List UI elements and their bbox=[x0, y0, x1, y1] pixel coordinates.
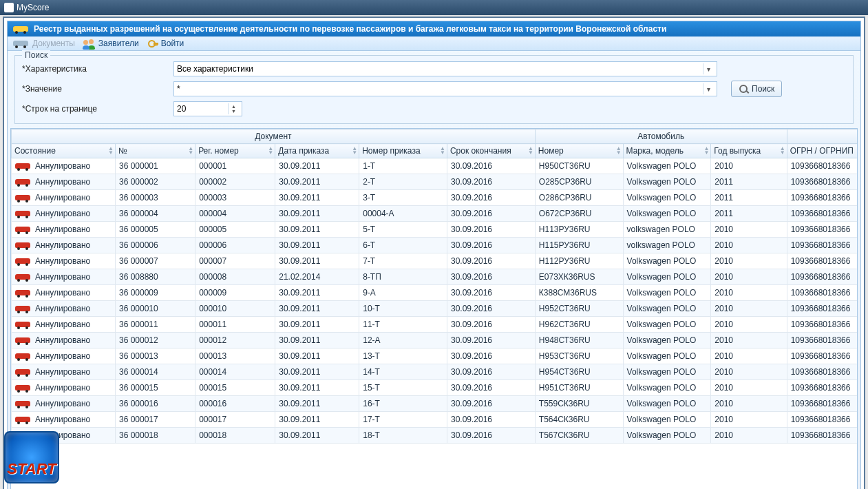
header-ribbon: Реестр выданных разрешений на осуществле… bbox=[8, 21, 860, 37]
car-icon bbox=[15, 304, 30, 313]
table-row[interactable]: Аннулировано36 00000900000930.09.20119-А… bbox=[12, 285, 858, 301]
cell: Аннулировано bbox=[12, 333, 116, 348]
col-header[interactable]: ОГРН / ОГРНИП▲▼ bbox=[787, 144, 858, 158]
cell: 2010 bbox=[711, 396, 787, 412]
cell: 30.09.2016 bbox=[447, 253, 535, 269]
cell: 30.09.2016 bbox=[447, 158, 535, 174]
cell: Volkswagen POLO bbox=[623, 428, 711, 444]
col-header[interactable]: №▲▼ bbox=[115, 144, 195, 158]
col-group-document[interactable]: Документ bbox=[12, 129, 536, 144]
cell: 36 000012 bbox=[115, 333, 195, 348]
cell: Н962СТ36RU bbox=[535, 317, 623, 333]
cell: 000011 bbox=[195, 317, 275, 333]
col-header[interactable]: Номер▲▼ bbox=[535, 144, 623, 158]
table-row[interactable]: Аннулировано36 00000400000430.09.2011000… bbox=[12, 206, 858, 222]
cell: 000018 bbox=[195, 428, 275, 444]
col-header[interactable]: Состояние▲▼ bbox=[12, 144, 116, 158]
table-row[interactable]: Аннулировано36 00001700001730.09.201117-… bbox=[12, 412, 858, 428]
col-header[interactable]: Марка, модель▲▼ bbox=[623, 144, 711, 158]
cell: Н952СТ36RU bbox=[535, 301, 623, 317]
cell: Аннулировано bbox=[12, 238, 116, 253]
search-button[interactable]: Поиск bbox=[731, 81, 782, 97]
cell: 000006 bbox=[195, 238, 275, 253]
table-row[interactable]: Аннулировано36 00000500000530.09.20115-Т… bbox=[12, 222, 858, 238]
toolbar-documents[interactable]: Документы bbox=[13, 39, 75, 48]
cell: 30.09.2011 bbox=[275, 253, 359, 269]
cell: 000008 bbox=[195, 269, 275, 285]
car-icon bbox=[15, 225, 30, 233]
col-header[interactable]: Срок окончания▲▼ bbox=[447, 144, 535, 158]
cell: 30.09.2016 bbox=[447, 396, 535, 412]
documents-icon bbox=[13, 39, 28, 48]
cell: 2010 bbox=[711, 285, 787, 301]
cell: 2010 bbox=[711, 348, 787, 364]
cell: 000015 bbox=[195, 380, 275, 396]
toolbar-login[interactable]: Войти bbox=[147, 39, 184, 48]
cell: 30.09.2016 bbox=[447, 174, 535, 190]
cell: 30.09.2016 bbox=[447, 301, 535, 317]
cell: 36 000011 bbox=[115, 317, 195, 333]
table-row[interactable]: Аннулировано36 00001000001030.09.201110-… bbox=[12, 301, 858, 317]
table-row[interactable]: Аннулировано36 00001300001330.09.201113-… bbox=[12, 348, 858, 364]
cell: 30.09.2011 bbox=[275, 190, 359, 206]
cell: Volkswagen POLO bbox=[623, 253, 711, 269]
cell: Volkswagen POLO bbox=[623, 269, 711, 285]
cell: 2010 bbox=[711, 222, 787, 238]
table-row[interactable]: Аннулировано36 00001100001130.09.201111-… bbox=[12, 317, 858, 333]
table-row[interactable]: Аннулировано36 00000700000730.09.20117-Т… bbox=[12, 253, 858, 269]
cell: К388СМ36RUS bbox=[535, 285, 623, 301]
cell: 1093668018366 bbox=[787, 269, 858, 285]
table-row[interactable]: Аннулировано36 00001500001530.09.201115-… bbox=[12, 380, 858, 396]
cell: 30.09.2016 bbox=[447, 428, 535, 444]
cell: Т567СК36RU bbox=[535, 428, 623, 444]
cell: Volkswagen POLO bbox=[623, 158, 711, 174]
col-header[interactable]: Дата приказа▲▼ bbox=[275, 144, 359, 158]
cell: 36 000007 bbox=[115, 253, 195, 269]
cell: Volkswagen POLO bbox=[623, 285, 711, 301]
col-header[interactable]: Номер приказа▲▼ bbox=[359, 144, 447, 158]
cell: 2010 bbox=[711, 301, 787, 317]
cell: Т564СК36RU bbox=[535, 412, 623, 428]
cell: 8-ТП bbox=[359, 269, 447, 285]
value-combo[interactable]: * bbox=[173, 81, 717, 96]
status-text: Аннулировано bbox=[35, 320, 90, 329]
status-text: Аннулировано bbox=[35, 399, 90, 408]
cell: 30.09.2011 bbox=[275, 285, 359, 301]
table-row[interactable]: Аннулировано36 00001200001230.09.201112-… bbox=[12, 333, 858, 348]
table-row[interactable]: Аннулировано36 00000200000230.09.20112-Т… bbox=[12, 174, 858, 190]
data-table: Документ Автомобиль Состояние▲▼№▲▼Рег. н… bbox=[11, 129, 858, 444]
car-icon bbox=[15, 289, 30, 297]
table-row[interactable]: Аннулировано36 00000600000630.09.20116-Т… bbox=[12, 238, 858, 253]
cell: Volkswagen POLO bbox=[623, 317, 711, 333]
cell: Н953СТ36RU bbox=[535, 348, 623, 364]
start-badge[interactable]: START bbox=[4, 431, 59, 483]
char-select[interactable]: Все характеристики bbox=[173, 61, 717, 76]
table-row[interactable]: Аннулировано36 00000300000330.09.20113-Т… bbox=[12, 190, 858, 206]
table-row[interactable]: Аннулировано36 00001600001630.09.201116-… bbox=[12, 396, 858, 412]
car-icon bbox=[15, 178, 30, 186]
col-header[interactable]: Год выпуска▲▼ bbox=[711, 144, 787, 158]
cell: 36 000004 bbox=[115, 206, 195, 222]
value-combo-text: * bbox=[177, 84, 180, 94]
car-icon bbox=[15, 352, 30, 360]
toolbar-applicants[interactable]: Заявители bbox=[83, 39, 139, 48]
table-row[interactable]: Аннулировано36 00888000000821.02.20148-Т… bbox=[12, 269, 858, 285]
cell: 1093668018366 bbox=[787, 348, 858, 364]
table-row[interactable]: Аннулировано36 00000100000130.09.20111-Т… bbox=[12, 158, 858, 174]
table-row[interactable]: Аннулировано36 00001400001430.09.201114-… bbox=[12, 364, 858, 380]
cell: 30.09.2011 bbox=[275, 206, 359, 222]
grid[interactable]: Документ Автомобиль Состояние▲▼№▲▼Рег. н… bbox=[10, 128, 858, 489]
taxi-icon bbox=[13, 25, 28, 33]
col-group-auto[interactable]: Автомобиль bbox=[535, 129, 787, 144]
cell: 30.09.2011 bbox=[275, 396, 359, 412]
rows-spinner[interactable]: 20 ▲▼ bbox=[173, 101, 242, 116]
col-header[interactable]: Рег. номер▲▼ bbox=[195, 144, 275, 158]
cell: Аннулировано bbox=[12, 396, 116, 412]
cell: 30.09.2016 bbox=[447, 364, 535, 380]
table-row[interactable]: Аннулировано36 00001800001830.09.201118-… bbox=[12, 428, 858, 444]
car-icon bbox=[15, 194, 30, 202]
cell: 36 008880 bbox=[115, 269, 195, 285]
status-text: Аннулировано bbox=[35, 288, 90, 298]
status-text: Аннулировано bbox=[35, 209, 90, 218]
cell: 3-Т bbox=[359, 190, 447, 206]
